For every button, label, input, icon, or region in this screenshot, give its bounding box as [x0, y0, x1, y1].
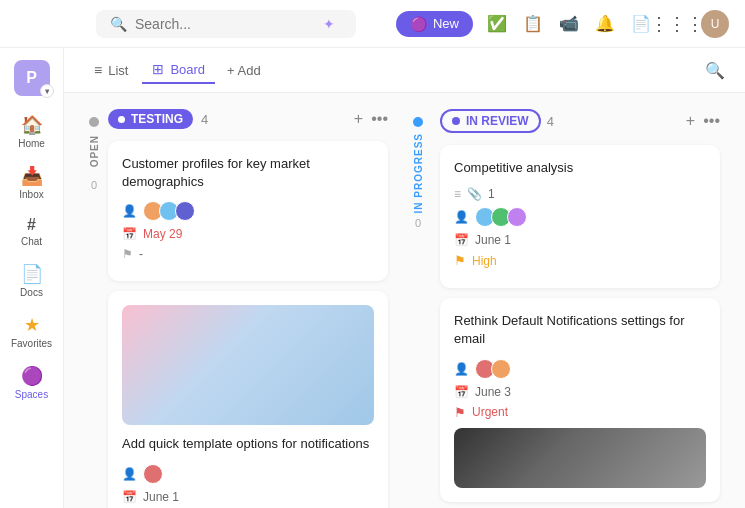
card-priority: Urgent — [472, 405, 508, 419]
avatar-group — [475, 359, 507, 379]
sidebar-item-docs[interactable]: 📄 Docs — [6, 257, 58, 304]
person-icon: 👤 — [454, 362, 469, 376]
view-tabs: ≡ List ⊞ Board + Add — [84, 56, 269, 84]
card-customer-profiles: Customer profiles for key market demogra… — [108, 141, 388, 281]
testing-header-left: TESTING 4 — [108, 109, 208, 129]
card-priority: High — [472, 254, 497, 268]
search-bar[interactable]: 🔍 ✦ — [96, 10, 356, 38]
content-search-button[interactable]: 🔍 — [705, 61, 725, 80]
in-review-column-header: IN REVIEW 4 + ••• — [440, 109, 720, 133]
card-title: Rethink Default Notifications settings f… — [454, 312, 706, 348]
calendar-icon: 📅 — [454, 385, 469, 399]
card-meta-count-row: ≡ 📎 1 — [454, 187, 706, 201]
add-card-icon[interactable]: + — [354, 110, 363, 128]
in-progress-status-col: IN PROGRESS 0 — [404, 109, 432, 229]
workspace-dropdown-icon[interactable]: ▾ — [40, 84, 54, 98]
avatar-3 — [507, 207, 527, 227]
card-date: May 29 — [143, 227, 182, 241]
chat-icon: # — [27, 216, 36, 234]
card-avatars-row: 👤 — [122, 464, 374, 484]
card-avatars-row: 👤 — [454, 207, 706, 227]
check-icon[interactable]: ✅ — [485, 12, 509, 36]
topbar: 🔍 ✦ 🟣 New ✅ 📋 📹 🔔 📄 ⋮⋮⋮ U — [0, 0, 745, 48]
avatar-3 — [175, 201, 195, 221]
workspace-logo[interactable]: P ▾ — [14, 60, 50, 96]
calendar-icon: 📅 — [454, 233, 469, 247]
open-status-col: OPEN 0 — [80, 109, 108, 508]
docs-icon: 📄 — [21, 263, 43, 285]
in-review-header-left: IN REVIEW 4 — [440, 109, 554, 133]
more-options-icon[interactable]: ••• — [703, 112, 720, 130]
sidebar-item-spaces[interactable]: 🟣 Spaces — [6, 359, 58, 406]
sidebar-item-inbox[interactable]: 📥 Inbox — [6, 159, 58, 206]
card-title: Competitive analysis — [454, 159, 706, 177]
video-icon[interactable]: 📹 — [557, 12, 581, 36]
testing-column-header: TESTING 4 + ••• — [108, 109, 388, 129]
user-avatar[interactable]: U — [701, 10, 729, 38]
card-date-row: 📅 June 3 — [454, 385, 706, 399]
open-status-dot — [89, 117, 99, 127]
sidebar: P ▾ 🏠 Home 📥 Inbox # Chat 📄 Docs ★ Favor… — [0, 48, 64, 508]
card-date: June 3 — [475, 385, 511, 399]
sidebar-item-favorites[interactable]: ★ Favorites — [6, 308, 58, 355]
avatar-group — [475, 207, 523, 227]
sidebar-item-chat[interactable]: # Chat — [6, 210, 58, 253]
avatar-group — [143, 464, 159, 484]
subheader: ≡ List ⊞ Board + Add 🔍 — [64, 48, 745, 93]
card-title: Add quick template options for notificat… — [122, 435, 374, 453]
list-icon: ≡ — [454, 187, 461, 201]
topbar-actions: 🟣 New ✅ 📋 📹 🔔 📄 ⋮⋮⋮ U — [396, 10, 729, 38]
testing-badge: TESTING — [108, 109, 193, 129]
attachment-count: 1 — [488, 187, 495, 201]
add-card-icon[interactable]: + — [686, 112, 695, 130]
avatar-1 — [143, 464, 163, 484]
calendar-icon: 📅 — [122, 227, 137, 241]
document-icon[interactable]: 📋 — [521, 12, 545, 36]
card-competitive-analysis: Competitive analysis ≡ 📎 1 👤 — [440, 145, 720, 288]
in-review-badge: IN REVIEW — [440, 109, 541, 133]
card-date-row: 📅 June 1 — [454, 233, 706, 247]
sidebar-item-home[interactable]: 🏠 Home — [6, 108, 58, 155]
card-date-row: 📅 June 1 — [122, 490, 374, 504]
review-dot — [452, 117, 460, 125]
add-view-button[interactable]: + Add — [219, 58, 269, 83]
card-flag-row: ⚑ - — [122, 247, 374, 261]
content-area: ≡ List ⊞ Board + Add 🔍 OPEN 0 — [64, 48, 745, 508]
in-progress-dot — [413, 117, 423, 127]
person-icon: 👤 — [122, 204, 137, 218]
search-input[interactable] — [135, 16, 315, 32]
magic-icon: ✦ — [323, 16, 335, 32]
plus-circle-icon: 🟣 — [410, 16, 427, 32]
card-avatars-row: 👤 — [454, 359, 706, 379]
in-progress-section: IN PROGRESS 0 — [404, 109, 432, 508]
main-layout: P ▾ 🏠 Home 📥 Inbox # Chat 📄 Docs ★ Favor… — [0, 48, 745, 508]
card-date: June 1 — [143, 490, 179, 504]
more-options-icon[interactable]: ••• — [371, 110, 388, 128]
tab-board[interactable]: ⊞ Board — [142, 56, 215, 84]
testing-column-actions[interactable]: + ••• — [354, 110, 388, 128]
star-icon: ★ — [24, 314, 40, 336]
spaces-icon: 🟣 — [21, 365, 43, 387]
bell-icon[interactable]: 🔔 — [593, 12, 617, 36]
grid-icon[interactable]: ⋮⋮⋮ — [665, 12, 689, 36]
person-icon: 👤 — [122, 467, 137, 481]
avatar-group — [143, 201, 191, 221]
card-date: June 1 — [475, 233, 511, 247]
person-icon: 👤 — [454, 210, 469, 224]
inbox-icon: 📥 — [21, 165, 43, 187]
in-review-column: IN REVIEW 4 + ••• Competitive analysis ≡… — [440, 109, 720, 508]
card-priority-row: ⚑ Urgent — [454, 405, 706, 420]
card-title: Customer profiles for key market demogra… — [122, 155, 374, 191]
testing-column: TESTING 4 + ••• Customer profiles for ke… — [108, 109, 388, 508]
card-avatars-row: 👤 — [122, 201, 374, 221]
tab-list[interactable]: ≡ List — [84, 57, 138, 83]
new-button[interactable]: 🟣 New — [396, 11, 473, 37]
in-review-column-actions[interactable]: + ••• — [686, 112, 720, 130]
card-priority-row: ⚑ High — [454, 253, 706, 268]
attachment-icon: 📎 — [467, 187, 482, 201]
search-icon: 🔍 — [110, 16, 127, 32]
card-image — [122, 305, 374, 425]
board-icon: ⊞ — [152, 61, 164, 77]
card-image-partial — [454, 428, 706, 488]
priority-flag-icon: ⚑ — [454, 405, 466, 420]
